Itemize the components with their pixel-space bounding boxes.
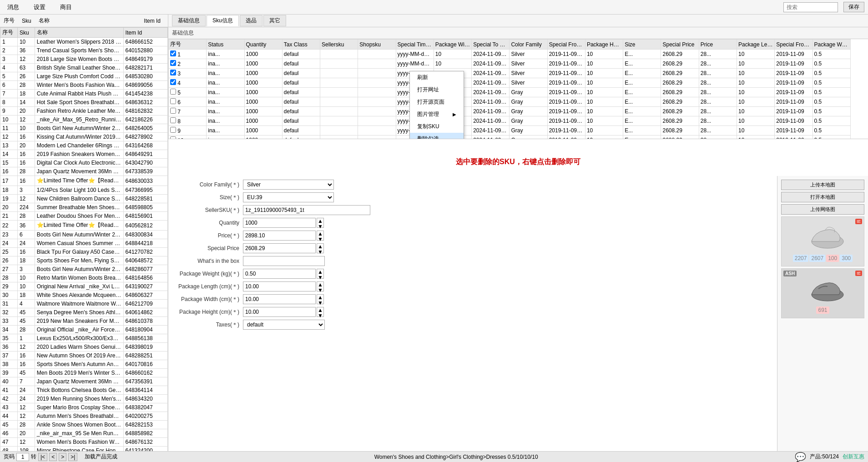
left-table-row[interactable]: 4412Autumn Men's Shoes Breathable 2019 F… [0, 412, 168, 421]
sku-table-row[interactable]: 10ina...1000defaulyyyy-MM-dd HH:mm102024… [169, 136, 851, 139]
color-family-select[interactable]: Silver [243, 180, 334, 190]
sku-checkbox[interactable] [170, 70, 176, 75]
product-image-1[interactable]: tE 2207 2607 100 300 [781, 216, 864, 266]
left-table-row[interactable]: 1912New Children Ballroom Dance Shoes Ki… [0, 195, 168, 203]
context-menu-item[interactable]: 打开源页面 [410, 96, 464, 108]
left-table-row[interactable]: 3122018 Large Size Women Boots Fashion P… [0, 55, 168, 64]
pkg-weight-input[interactable] [243, 269, 316, 279]
quantity-input[interactable] [243, 218, 316, 228]
menu-messages[interactable]: 消息 [4, 1, 23, 13]
left-table-row[interactable]: 3018White Shoes Alexande Mcqueen Women M… [0, 291, 168, 300]
left-table-row[interactable]: 351Lexus Ex250/Lx500/Rx300/Ex300/lz/Lx50… [0, 334, 168, 343]
price-down[interactable]: ▼ [317, 236, 323, 242]
pkg-width-input[interactable] [243, 294, 316, 304]
left-table-row[interactable]: 407Japan Quartz Movement 36Mn Hannah Mar… [0, 377, 168, 386]
left-table-row[interactable]: 4124Thick Bottons Chelsea Boots Genuine … [0, 386, 168, 395]
left-table-row[interactable]: 3816Sports Shoes Men's Autumn And Winter… [0, 360, 168, 369]
tab-basic[interactable]: 基础信息 [172, 15, 206, 26]
whats-in-box-input[interactable] [243, 256, 325, 266]
page-prev[interactable]: < [49, 453, 57, 461]
sku-checkbox[interactable] [170, 50, 176, 56]
left-table-row[interactable]: 110Leather Women's Slippers 2018 Summer … [0, 38, 168, 46]
sellersku-input[interactable] [243, 205, 370, 215]
left-table-row[interactable]: 4620_nike_air_max_95 Se Men Running Shoe… [0, 429, 168, 438]
pkg-length-down[interactable]: ▼ [317, 287, 323, 293]
left-table-row[interactable]: 33452019 New Man Sneakers For Men Rubber… [0, 317, 168, 326]
sku-checkbox[interactable] [170, 60, 176, 66]
sku-table-row[interactable]: 4ina...1000defaulyyyy-MM-dd HH:mm102024-… [169, 78, 851, 88]
chat-icon[interactable]: 💬 [795, 452, 806, 462]
left-table-row[interactable]: 236Boots Girl New Autumn/Winter 2019 Mar… [0, 231, 168, 239]
left-table-row[interactable]: 1012_nike_Air_Max_95_Retro_Running_Shoes… [0, 116, 168, 124]
left-table-row[interactable]: 3716New Autumn Shoes Of 2019 Are High-He… [0, 352, 168, 360]
sku-table-row[interactable]: 3ina...1000defaulyyyy-MM-dd HH:mm102024-… [169, 69, 851, 78]
sku-checkbox[interactable] [170, 98, 176, 104]
page-first[interactable]: |< [38, 453, 47, 461]
taxes-select[interactable]: default [243, 320, 325, 330]
left-table-row[interactable]: 1716⭐Limited Time Offer⭐【Ready Stock】Ori… [0, 176, 168, 186]
special-price-input[interactable] [243, 243, 316, 253]
context-menu-item[interactable]: 复制SKU [410, 121, 464, 133]
sku-checkbox[interactable] [170, 89, 176, 95]
sku-checkbox[interactable] [170, 136, 176, 139]
tab-select[interactable]: 选品 [240, 15, 262, 26]
sku-checkbox[interactable] [170, 108, 176, 114]
left-table-row[interactable]: 20224Summer Breathable Men Shoes Casual … [0, 203, 168, 212]
left-table-row[interactable]: 920Fashion Retro Ankle Leather Men Boots… [0, 107, 168, 116]
left-table-row[interactable]: 2618Sports Shoes For Men, Flying Shoes F… [0, 256, 168, 265]
sku-checkbox[interactable] [170, 79, 176, 85]
left-table-row[interactable]: 236Trend Casual Sports Men's Shoes Men B… [0, 46, 168, 55]
left-table-row[interactable]: 2516Black Tpu For Galaxy A50 Case Cartoo… [0, 248, 168, 256]
left-table-row[interactable]: 2424Women Casual Shoes Summer 2018 Sprin… [0, 239, 168, 248]
context-menu-item[interactable]: 刷新 [410, 71, 464, 84]
context-menu-item[interactable]: 打开网址 [410, 84, 464, 96]
pkg-height-down[interactable]: ▼ [317, 313, 323, 318]
pkg-width-down[interactable]: ▼ [317, 300, 323, 306]
left-table-row[interactable]: 1831/2/4Pcs Solar Light 100 Leds Solar L… [0, 186, 168, 195]
left-table-row[interactable]: 1628Japan Quartz Movement 36Mn Hannah Ma… [0, 167, 168, 176]
context-menu-item[interactable]: 图片管理▶ [410, 108, 464, 121]
price-input[interactable] [243, 231, 316, 241]
save-button[interactable]: 保存 [843, 2, 864, 12]
left-table-row[interactable]: 4312Super Mario Bros Cosplay Shoes Piran… [0, 403, 168, 412]
left-table-row[interactable]: 1110Boots Girl New Autumn/Winter 2019 Ma… [0, 124, 168, 133]
left-table-row[interactable]: 14162019 Fashion Sneakers Women Lace-Up … [0, 150, 168, 159]
left-table-row[interactable]: 814Hot Sale Sport Shoes Breathable Slip-… [0, 98, 168, 107]
open-local-btn[interactable]: 打开本地图 [781, 192, 864, 202]
quantity-down[interactable]: ▼ [317, 224, 323, 229]
tab-sku[interactable]: Sku信息 [207, 15, 239, 26]
sku-table-row[interactable]: 7ina...1000defaulyyyy-MM-dd HH:mm102024-… [169, 107, 851, 116]
left-table-row[interactable]: 36122020 Ladies Warm Shoes Genuine Leath… [0, 343, 168, 352]
upload-local-btn[interactable]: 上传本地图 [781, 180, 864, 190]
left-table-row[interactable]: 2236⭐Limited Time Offer⭐【Ready Stock】Ori… [0, 221, 168, 231]
left-table-row[interactable]: 2910Original New Arrival _nike_Xvi Low C… [0, 282, 168, 291]
sku-checkbox[interactable] [170, 117, 176, 123]
left-table-row[interactable]: 2810Retro Martin Women Boots Breathable … [0, 274, 168, 282]
sku-table-row[interactable]: 8ina...1000defaulyyyy-MM-dd HH:mm102024-… [169, 116, 851, 126]
left-table-row[interactable]: 1320Modern Led Chandelier 6Rings Circle … [0, 141, 168, 150]
page-input[interactable] [16, 453, 29, 461]
left-table-row[interactable]: 314Waitmore Waitmore Waitmore Waitmore W… [0, 300, 168, 308]
left-table-row[interactable]: 4712Women Men's Boots Fashion Warm Boot … [0, 438, 168, 447]
left-table-row[interactable]: 1216Kissing Cat Autumn/Winter 2019 Suede… [0, 133, 168, 141]
sku-table-row[interactable]: 2ina...1000defaulyyyy-MM-dd HH:mm102024-… [169, 59, 851, 69]
sku-table-row[interactable]: 1ina...1000defaulyyyy-MM-dd HH:mm102024-… [169, 50, 851, 59]
sku-checkbox[interactable] [170, 127, 176, 133]
left-table-row[interactable]: 718Cute Animal Rabbit Hats Plush Moving … [0, 90, 168, 98]
menu-products[interactable]: 商目 [56, 1, 76, 13]
page-last[interactable]: >| [68, 453, 77, 461]
left-table-row[interactable]: 628Winter Men's Boots Fashion Warm Boot … [0, 81, 168, 90]
pkg-weight-down[interactable]: ▼ [317, 275, 323, 280]
upload-web-btn[interactable]: 上传网络图 [781, 204, 864, 215]
search-input[interactable] [783, 2, 838, 12]
context-menu-item[interactable]: 删除勾选 [410, 133, 464, 139]
tab-other[interactable]: 其它 [263, 15, 286, 26]
sku-table-row[interactable]: 5ina...1000defaulyyyy-MM-dd HH:mm102024-… [169, 88, 851, 97]
sku-table-row[interactable]: 6ina...1000defaulyyyy-MM-dd HH:mm102024-… [169, 97, 851, 107]
page-next[interactable]: > [59, 453, 66, 461]
left-table-row[interactable]: 48108Mirror Rhinestone Case For Honor 9 … [0, 447, 168, 452]
left-table-row[interactable]: 273Boots Girl New Autumn/Winter 2019 Mar… [0, 265, 168, 274]
left-table-row[interactable]: 2128Leather Doudou Shoes For Men Large S… [0, 212, 168, 221]
left-table-row[interactable]: 1516Digital Car Clock Auto Electronic Wa… [0, 159, 168, 167]
left-table-row[interactable]: 4528Ankle Snow Shoes Women Boots Lace Up… [0, 421, 168, 429]
